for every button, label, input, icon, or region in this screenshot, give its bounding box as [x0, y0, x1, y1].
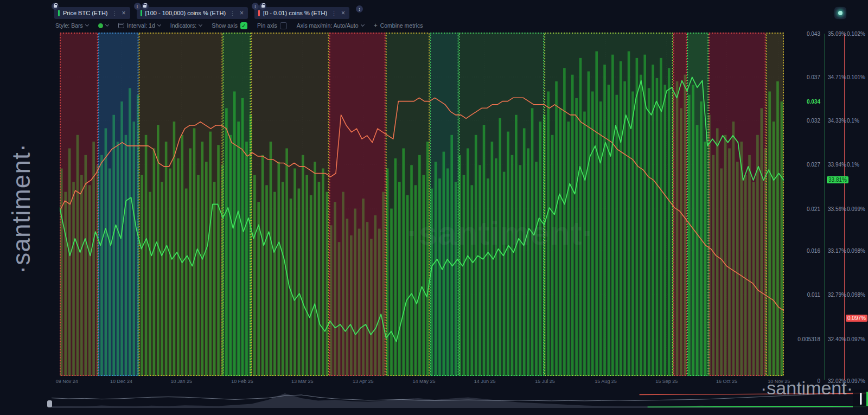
pin-axis-checkbox[interactable] [280, 22, 287, 29]
axis-current-value-badge: 33.81% [827, 176, 848, 183]
chart-toolbar: Style: Bars Interval: 1d Indicators: Sho… [55, 22, 423, 29]
tab-label: [0 - 0.01) coins % (ETH) [263, 10, 327, 16]
chevron-down-icon [361, 23, 365, 27]
style-label: Style: Bars [55, 22, 83, 29]
pin-axis-label: Pin axis [257, 22, 277, 29]
series-color-dropdown[interactable] [98, 23, 108, 28]
date-label: 15 Sep 25 [655, 379, 678, 384]
lock-glyph-icon [261, 5, 265, 8]
timeline-navigator[interactable] [52, 390, 868, 408]
tab-menu-icon[interactable]: ⋮ [330, 10, 337, 17]
axis-tick-red: 0.097% [847, 336, 865, 342]
chevron-down-icon [85, 23, 89, 27]
indicators-label: Indicators: [170, 22, 196, 29]
axis-tick-red: 0.097% [847, 378, 865, 384]
axis-tick-red: 0.101% [847, 74, 865, 80]
show-axis-toggle[interactable]: Show axis ✓ [212, 22, 247, 29]
axis-tick-left: 0.016 [787, 248, 820, 254]
metric-tabs: Price BTC (ETH)⋮×↕[100 - 100,000) coins … [54, 7, 363, 19]
combine-metrics-button[interactable]: + Combine metrics [374, 22, 423, 29]
tab-icon-cluster [52, 3, 59, 10]
reorder-icon[interactable]: ↕ [134, 3, 141, 10]
plus-icon: + [374, 22, 378, 29]
axis-tick-red: 0.098% [847, 292, 865, 298]
show-axis-label: Show axis [212, 22, 238, 29]
lock-icon[interactable] [52, 3, 59, 10]
axis-tick-green: 35.09% [828, 31, 846, 37]
axis-current-value-badge: 0.097% [846, 315, 867, 322]
style-dropdown[interactable]: Style: Bars [55, 22, 88, 29]
pin-axis-toggle[interactable]: Pin axis [257, 22, 287, 29]
chevron-down-icon [157, 23, 161, 27]
interval-dropdown[interactable]: Interval: 1d [118, 22, 161, 29]
axis-tick-left: 0.011 [787, 292, 820, 298]
axis-tick-left: 0 [787, 378, 820, 384]
axis-current-value-badge: 0.034 [787, 98, 820, 105]
date-label: 15 Jul 25 [535, 379, 555, 384]
navigator-canvas[interactable] [52, 390, 868, 408]
indicators-dropdown[interactable]: Indicators: [170, 22, 202, 29]
reorder-icon[interactable]: ↕ [252, 3, 259, 10]
left-sidebar: ·santiment· [0, 0, 49, 415]
x-axis-dates: 09 Nov 2410 Dec 2410 Jan 2510 Feb 2513 M… [60, 379, 784, 386]
panel-grip-handle[interactable] [47, 400, 52, 407]
axis-tick-red: 0.099% [847, 206, 865, 212]
right-axis-panel: 0.04335.09%0.102%0.03734.71%0.101%0.0323… [787, 0, 868, 415]
series-color-dot-icon [98, 23, 103, 28]
lock-icon[interactable] [259, 3, 266, 10]
lock-glyph-icon [143, 5, 146, 8]
axis-tick-green: 33.56% [828, 206, 846, 212]
axis-tick-green: 33.17% [828, 248, 846, 254]
axis-tick-left: 0.005318 [787, 336, 820, 342]
axis-tick-green: 32.40% [828, 336, 846, 342]
axis-tick-left: 0.021 [787, 206, 820, 212]
axis-maxmin-dropdown[interactable]: Axis max/min: Auto/Auto [297, 22, 364, 29]
lock-icon[interactable] [142, 3, 149, 10]
axis-maxmin-label: Axis max/min: Auto/Auto [297, 22, 359, 29]
date-label: 13 Mar 25 [291, 379, 314, 384]
tab-menu-icon[interactable]: ⋮ [229, 10, 236, 17]
axis-tick-green: 33.94% [828, 162, 846, 168]
date-label: 10 Nov 25 [768, 379, 790, 384]
chart-plot-area[interactable]: ·santiment· [60, 33, 784, 376]
date-label: 10 Feb 25 [231, 379, 253, 384]
navigator-drag-handle[interactable] [860, 393, 862, 405]
axis-tick-red: 0.1% [847, 118, 859, 124]
tab-label: Price BTC (ETH) [63, 10, 108, 16]
axis-tick-red: 0.102% [847, 31, 865, 37]
tab-close-icon[interactable]: × [122, 9, 126, 17]
chevron-down-icon [105, 23, 109, 27]
tab-close-icon[interactable]: × [239, 9, 244, 17]
axis-tick-red: 0.1% [847, 162, 859, 168]
axis-tick-green: 32.02% [828, 378, 846, 384]
date-label: 10 Jan 25 [170, 379, 192, 384]
date-label: 13 Apr 25 [353, 379, 374, 384]
date-label: 16 Oct 25 [716, 379, 737, 384]
chevron-down-icon [199, 23, 202, 27]
lock-glyph-icon [54, 5, 57, 8]
tab-metric-0[interactable]: Price BTC (ETH)⋮× [54, 7, 130, 19]
date-label: 14 May 25 [412, 379, 435, 384]
chart-canvas[interactable] [60, 33, 784, 376]
tab-icon-cluster: ↕ [134, 3, 149, 10]
axis-tick-left: 0.043 [787, 31, 820, 37]
show-axis-checkbox[interactable]: ✓ [240, 22, 247, 29]
axis-tick-left: 0.037 [787, 74, 820, 80]
combine-metrics-label: Combine metrics [380, 22, 423, 29]
santiment-logo-vertical: ·santiment· [7, 100, 36, 274]
date-label: 14 Jun 25 [474, 379, 496, 384]
axis-tick-left: 0.032 [787, 118, 820, 124]
tab-label: [100 - 100,000) coins % (ETH) [145, 10, 226, 16]
tab-metric-1[interactable]: ↕[100 - 100,000) coins % (ETH)⋮× [137, 7, 248, 19]
tab-metric-2[interactable]: ↕[0 - 0.01) coins % (ETH)⋮× [254, 7, 349, 19]
reorder-icon[interactable]: ↕ [356, 5, 363, 12]
tab-close-icon[interactable]: × [341, 9, 346, 17]
interval-label: Interval: 1d [127, 22, 155, 29]
axis-tick-green: 34.71% [828, 74, 846, 80]
green-axis-line [825, 34, 825, 380]
tab-menu-icon[interactable]: ⋮ [111, 10, 118, 17]
santiment-chart-screen: ·santiment· Price BTC (ETH)⋮×↕[100 - 100… [0, 0, 868, 415]
interval-icon [118, 23, 124, 28]
axis-tick-left: 0.027 [787, 162, 820, 168]
date-label: 10 Dec 24 [110, 379, 132, 384]
